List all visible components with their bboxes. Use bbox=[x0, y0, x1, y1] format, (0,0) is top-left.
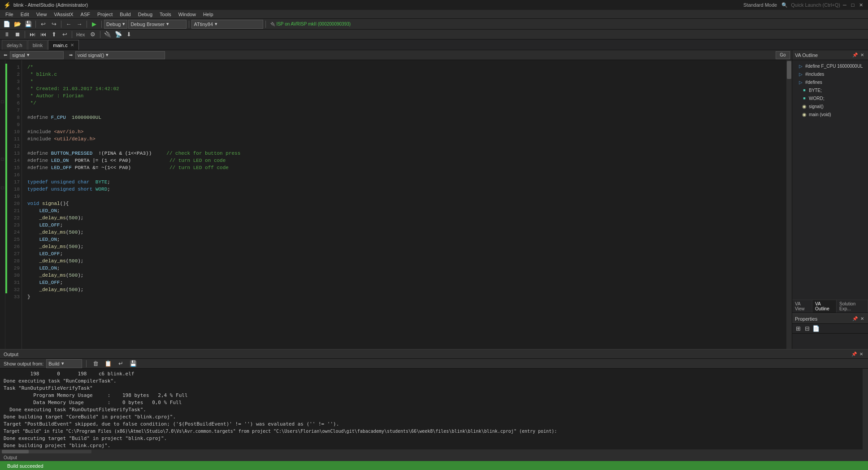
va-item-fcpu[interactable]: ▷ #define F_CPU 16000000UL bbox=[792, 62, 868, 70]
code-line: #define BUTTON_PRESSED !(PINA & (1<<PA3)… bbox=[27, 150, 783, 157]
menu-help[interactable]: Help bbox=[200, 11, 217, 18]
debug-browser-dropdown[interactable]: Debug Browser ▾ bbox=[128, 20, 187, 29]
output-clear-btn[interactable]: 🗑 bbox=[91, 359, 100, 368]
search-icon: 🔍 bbox=[781, 2, 788, 8]
t2-btn10[interactable]: ⬇ bbox=[124, 30, 134, 39]
menu-tools[interactable]: Tools bbox=[156, 11, 175, 18]
function-value: void signal() bbox=[78, 52, 104, 58]
menu-vassistx[interactable]: VAssistX bbox=[50, 11, 77, 18]
va-item-defines[interactable]: ▷ #defines bbox=[792, 78, 868, 86]
code-line: #include <util/delay.h> bbox=[27, 135, 783, 143]
t2-btn1[interactable]: ⏸ bbox=[2, 30, 12, 39]
code-scrollbar[interactable] bbox=[786, 60, 792, 349]
properties-panel: Properties 📌 ✕ ⊞ ⊟ 📄 bbox=[792, 313, 868, 349]
menu-file[interactable]: File bbox=[2, 11, 17, 18]
code-line: #include <avr/io.h> bbox=[27, 128, 783, 135]
output-source: Build bbox=[48, 361, 59, 366]
sep2 bbox=[72, 31, 72, 38]
menu-project[interactable]: Project bbox=[94, 11, 116, 18]
va-item-includes[interactable]: ▷ #includes bbox=[792, 70, 868, 78]
code-content[interactable]: /* * blink.c * * Created: 21.03.2017 14:… bbox=[22, 60, 786, 349]
scrollbar-thumb[interactable] bbox=[787, 61, 791, 79]
props-close-btn[interactable]: ✕ bbox=[859, 316, 865, 322]
va-item-byte[interactable]: ■ BYTE; bbox=[792, 86, 868, 94]
nav-back-btn[interactable]: ⬅ bbox=[2, 52, 9, 59]
t2-btn8[interactable]: 🔌 bbox=[103, 30, 113, 39]
t2-btn4[interactable]: ⏮ bbox=[38, 30, 48, 39]
props-page-btn[interactable]: 📄 bbox=[812, 325, 820, 333]
code-line: _delay_ms(500); bbox=[27, 214, 783, 222]
code-line: LED_ON; bbox=[27, 265, 783, 272]
sep3 bbox=[100, 31, 100, 38]
output-wrap-btn[interactable]: ↵ bbox=[116, 359, 126, 368]
output-scrollbar-v[interactable] bbox=[863, 369, 868, 449]
va-item-signal[interactable]: ◉ signal() bbox=[792, 102, 868, 110]
output-panel: Output 📌 ✕ Show output from: Build ▾ 🗑 📋… bbox=[0, 349, 868, 461]
properties-toolbar: ⊞ ⊟ 📄 bbox=[792, 324, 868, 334]
va-item-main[interactable]: ◉ main (void) bbox=[792, 110, 868, 118]
va-outline-panel: VA Outline 📌 ✕ ▷ #define F_CPU 16000000U… bbox=[792, 50, 868, 349]
props-category-btn[interactable]: ⊞ bbox=[794, 325, 802, 333]
tab-va-outline[interactable]: VA Outline bbox=[812, 300, 837, 313]
menu-window[interactable]: Window bbox=[175, 11, 200, 18]
menu-edit[interactable]: Edit bbox=[17, 11, 33, 18]
save-btn[interactable]: 💾 bbox=[23, 20, 33, 29]
standard-mode-label: Standard Mode bbox=[743, 2, 777, 8]
go-button[interactable]: Go bbox=[776, 51, 790, 59]
menu-asf[interactable]: ASF bbox=[77, 11, 94, 18]
tab-main-c[interactable]: main.c ✕ bbox=[48, 40, 78, 50]
debug-dropdown[interactable]: Debug ▾ bbox=[104, 20, 127, 29]
va-tree: ▷ #define F_CPU 16000000UL ▷ #includes ▷… bbox=[792, 60, 868, 300]
tab-delay-h[interactable]: delay.h bbox=[2, 40, 27, 50]
t2-btn5[interactable]: ⬆ bbox=[49, 30, 59, 39]
output-line: Program Memory Usage : 198 bytes 2,4 % F… bbox=[4, 392, 859, 399]
tab-blink[interactable]: blink bbox=[28, 40, 48, 50]
scope-dropdown[interactable]: signal ▾ bbox=[10, 51, 64, 59]
va-close-btn[interactable]: ✕ bbox=[859, 52, 865, 58]
nav-fwd-btn[interactable]: ➡ bbox=[67, 52, 74, 59]
t2-btn2[interactable]: ⏹ bbox=[13, 30, 22, 39]
menu-debug[interactable]: Debug bbox=[135, 11, 156, 18]
forward-btn[interactable]: → bbox=[74, 20, 84, 29]
props-pin-btn[interactable]: 📌 bbox=[852, 316, 858, 322]
output-save-btn[interactable]: 💾 bbox=[128, 359, 138, 368]
h-scrollbar-track[interactable] bbox=[2, 450, 91, 453]
output-source-dropdown[interactable]: Build ▾ bbox=[46, 359, 82, 368]
start-btn[interactable]: ▶ bbox=[89, 20, 99, 29]
va-item-word[interactable]: ■ WORD; bbox=[792, 94, 868, 102]
new-btn[interactable]: 📄 bbox=[2, 20, 12, 29]
t2-btn6[interactable]: ↩ bbox=[60, 30, 69, 39]
typedef-icon: ■ bbox=[801, 95, 807, 101]
target-dropdown[interactable]: ATtiny84 ▾ bbox=[191, 20, 263, 29]
tab-solution-exp[interactable]: Solution Exp... bbox=[837, 300, 868, 313]
tab-close-main-c[interactable]: ✕ bbox=[70, 43, 74, 48]
output-copy-btn[interactable]: 📋 bbox=[103, 359, 113, 368]
separator4 bbox=[101, 21, 102, 28]
output-content[interactable]: 198 0 198 c6 blink.elf Done executing ta… bbox=[0, 369, 863, 449]
open-btn[interactable]: 📂 bbox=[13, 20, 22, 29]
redo-btn[interactable]: ↪ bbox=[49, 20, 59, 29]
quick-launch-input[interactable]: 🔍 Quick Launch (Ctrl+Q) bbox=[781, 2, 840, 8]
isp-btn[interactable]: 🔌 ISP on AVRISP mkII (000200090393) bbox=[268, 20, 353, 29]
va-pin-btn[interactable]: 📌 bbox=[852, 52, 858, 58]
maximize-button[interactable]: □ bbox=[849, 1, 856, 9]
menu-view[interactable]: View bbox=[33, 11, 51, 18]
function-dropdown[interactable]: void signal() ▾ bbox=[75, 51, 165, 59]
h-scrollbar-thumb[interactable] bbox=[2, 450, 29, 453]
props-alpha-btn[interactable]: ⊟ bbox=[803, 325, 811, 333]
t2-btn3[interactable]: ⏭ bbox=[27, 30, 37, 39]
code-line: _delay_ms(500); bbox=[27, 272, 783, 279]
code-collapse-margin: □ □ □ bbox=[0, 60, 5, 349]
back-btn[interactable]: ← bbox=[64, 20, 74, 29]
close-button[interactable]: ✕ bbox=[857, 1, 864, 9]
tab-va-view[interactable]: VA View bbox=[792, 300, 812, 313]
output-pin-btn[interactable]: 📌 bbox=[851, 351, 857, 357]
minimize-button[interactable]: ─ bbox=[841, 1, 848, 9]
t2-btn9[interactable]: 📡 bbox=[113, 30, 123, 39]
output-scrollbar-h[interactable] bbox=[0, 449, 868, 454]
undo-btn[interactable]: ↩ bbox=[38, 20, 48, 29]
t2-btn7[interactable]: ⚙ bbox=[88, 30, 98, 39]
menu-build[interactable]: Build bbox=[116, 11, 134, 18]
sep bbox=[86, 360, 87, 367]
output-close-btn[interactable]: ✕ bbox=[858, 351, 864, 357]
